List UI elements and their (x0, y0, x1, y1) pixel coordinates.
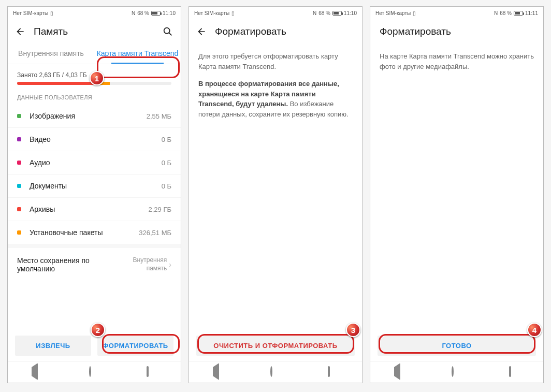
nfc-icon: N (313, 10, 316, 16)
category-color-dot (17, 137, 21, 141)
section-header: ДАННЫЕ ПОЛЬЗОВАТЕЛЯ (8, 94, 181, 105)
category-label: Изображения (30, 112, 147, 120)
category-color-dot (17, 207, 21, 211)
nfc-icon: N (132, 10, 135, 16)
default-location-label: Место сохранения по умолчанию (17, 256, 117, 273)
battery-icon (332, 11, 342, 16)
nav-recent-icon[interactable] (328, 367, 338, 378)
nav-home-icon[interactable] (270, 367, 281, 378)
storage-row[interactable]: Архивы2,29 ГБ (8, 198, 181, 221)
nav-bar (8, 361, 181, 383)
content-area: Для этого требуется отформатировать карт… (189, 44, 362, 336)
category-label: Видео (30, 135, 162, 143)
category-size: 0 Б (162, 182, 171, 190)
content-area: На карте Карта памяти Transcend можно хр… (370, 44, 543, 336)
category-size: 2,55 МБ (147, 112, 171, 120)
default-location-row[interactable]: Место сохранения по умолчанию Внутренняя… (8, 244, 181, 281)
status-time: 11:11 (525, 10, 538, 16)
battery-pct: 68 % (500, 10, 512, 16)
category-label: Аудио (30, 158, 162, 167)
status-bar: Нет SIM-карты ▯ N 68 % 11:11 (370, 7, 543, 19)
nav-bar (370, 361, 543, 383)
sim-icon: ▯ (50, 10, 53, 16)
storage-row[interactable]: Установочные пакеты326,51 МБ (8, 221, 181, 244)
no-sim-label: Нет SIM-карты (194, 10, 229, 16)
back-icon[interactable] (15, 26, 25, 37)
category-label: Документы (30, 182, 162, 190)
format-desc-1: Для этого требуется отформатировать карт… (198, 51, 353, 71)
battery-icon (151, 11, 161, 16)
sim-icon: ▯ (413, 10, 416, 16)
tab-internal[interactable]: Внутренняя память (8, 44, 94, 64)
storage-row[interactable]: Видео0 Б (8, 128, 181, 151)
category-size: 0 Б (162, 136, 171, 143)
sim-icon: ▯ (231, 10, 235, 16)
nav-home-icon[interactable] (89, 367, 99, 378)
phone-screen-format-done: 4 Нет SIM-карты ▯ N 68 % 11:11 Форматиро… (370, 6, 544, 383)
nfc-icon: N (494, 10, 498, 16)
status-bar: Нет SIM-карты ▯ N 68 % 11:10 (8, 7, 181, 19)
search-icon[interactable] (162, 26, 173, 37)
nav-recent-icon[interactable] (147, 367, 157, 378)
category-color-dot (17, 184, 21, 188)
no-sim-label: Нет SIM-карты (13, 10, 48, 16)
back-icon[interactable] (196, 26, 207, 37)
status-bar: Нет SIM-карты ▯ N 68 % 11:10 (189, 7, 362, 19)
category-label: Архивы (30, 205, 149, 213)
app-bar: Форматировать (370, 19, 543, 44)
button-row: ГОТОВО (370, 336, 543, 361)
erase-and-format-button[interactable]: ОЧИСТИТЬ И ОТФОРМАТИРОВАТЬ (196, 336, 355, 356)
storage-row[interactable]: Изображения2,55 МБ (8, 105, 181, 128)
nav-home-icon[interactable] (452, 367, 462, 378)
page-title: Форматировать (215, 26, 355, 37)
battery-pct: 68 % (318, 10, 330, 16)
eject-button[interactable]: ИЗВЛЕЧЬ (15, 336, 91, 356)
content-area: Занято 2,63 ГБ / 4,03 ГБ ДАННЫЕ ПОЛЬЗОВА… (8, 64, 181, 336)
done-button[interactable]: ГОТОВО (378, 336, 536, 356)
battery-icon (514, 11, 523, 16)
svg-point-0 (164, 28, 170, 34)
svg-line-1 (169, 33, 172, 36)
nav-bar (189, 361, 362, 383)
category-color-dot (17, 230, 21, 235)
category-color-dot (17, 114, 21, 118)
tab-sdcard[interactable]: Карта памяти Transcend (94, 44, 181, 64)
nav-back-icon[interactable] (32, 367, 42, 378)
page-title: Память (34, 26, 154, 37)
category-size: 326,51 МБ (139, 229, 171, 237)
button-row: ОЧИСТИТЬ И ОТФОРМАТИРОВАТЬ (189, 336, 362, 361)
page-title: Форматировать (380, 26, 536, 37)
app-bar: Память (8, 19, 181, 44)
battery-pct: 68 % (137, 10, 149, 16)
button-row: ИЗВЛЕЧЬ ФОРМАТИРОВАТЬ (8, 336, 181, 361)
format-done-desc: На карте Карта памяти Transcend можно хр… (380, 51, 534, 71)
storage-row[interactable]: Аудио0 Б (8, 151, 181, 175)
phone-screen-memory: 1 2 Нет SIM-карты ▯ N 68 % 11:10 Память … (7, 6, 181, 383)
format-desc-2: В процессе форматирования все данные, хр… (198, 79, 353, 119)
nav-back-icon[interactable] (394, 367, 404, 378)
status-time: 11:10 (163, 10, 176, 16)
chevron-right-icon: › (169, 260, 171, 269)
status-time: 11:10 (344, 10, 357, 16)
category-label: Установочные пакеты (30, 228, 139, 237)
no-sim-label: Нет SIM-карты (375, 10, 411, 16)
phone-screen-format-confirm: 3 Нет SIM-карты ▯ N 68 % 11:10 Форматиро… (189, 6, 363, 383)
storage-row[interactable]: Документы0 Б (8, 175, 181, 198)
category-size: 0 Б (162, 159, 171, 167)
default-location-value: Внутренняя память (117, 256, 167, 272)
storage-tabs: Внутренняя память Карта памяти Transcend (8, 44, 181, 64)
app-bar: Форматировать (189, 19, 362, 44)
nav-back-icon[interactable] (213, 367, 223, 378)
usage-text: Занято 2,63 ГБ / 4,03 ГБ (8, 64, 181, 82)
usage-bar (17, 82, 171, 85)
category-size: 2,29 ГБ (149, 206, 171, 213)
category-color-dot (17, 161, 21, 165)
nav-recent-icon[interactable] (509, 367, 519, 378)
format-button[interactable]: ФОРМАТИРОВАТЬ (97, 336, 173, 356)
